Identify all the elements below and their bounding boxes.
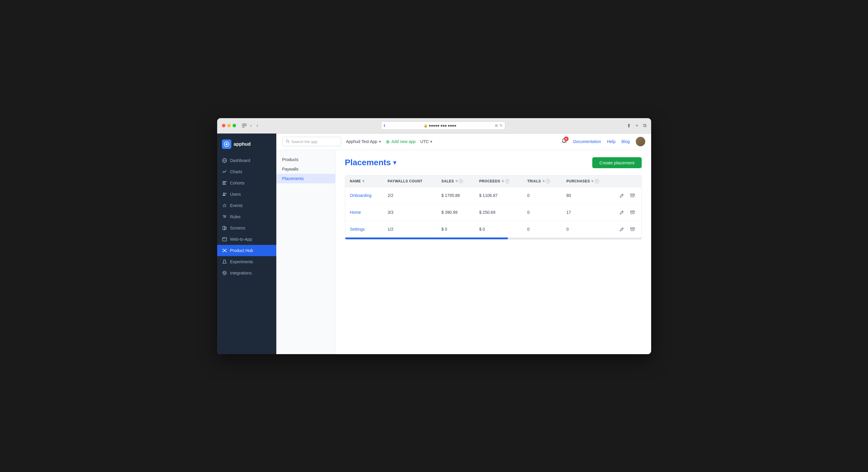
col-header-paywalls-count: PAYWALLS COUNT xyxy=(383,176,437,187)
url-text: 🔒 ■■■■■ ■■■ ■■■■ xyxy=(387,124,493,128)
sidebar-item-dashboard[interactable]: Dashboard xyxy=(217,155,276,166)
url-bar[interactable]: ℹ 🔒 ■■■■■ ■■■ ■■■■ ⊞ ↻ xyxy=(381,121,505,130)
sidebar-nav: Dashboard Charts xyxy=(217,155,276,278)
minimize-button[interactable] xyxy=(227,124,231,127)
cell-trials: 0 xyxy=(523,187,561,204)
cell-actions xyxy=(613,204,641,220)
back-button[interactable]: ‹ xyxy=(249,122,253,129)
cell-purchases: 0 xyxy=(562,220,613,237)
svg-point-15 xyxy=(224,238,224,238)
sidebar-item-label: Users xyxy=(230,192,241,197)
sidebar-item-label: Screens xyxy=(230,226,245,230)
placement-link-home[interactable]: Home xyxy=(350,210,361,215)
search-bar[interactable]: Search the app xyxy=(282,137,341,146)
sidebar-item-product-hub[interactable]: Product Hub xyxy=(217,245,276,256)
user-avatar[interactable] xyxy=(636,137,645,146)
blog-link[interactable]: Blog xyxy=(621,139,629,144)
svg-point-8 xyxy=(223,193,224,194)
new-tab-icon[interactable]: + xyxy=(636,123,638,128)
notification-count: 6 xyxy=(564,137,568,141)
cell-sales: $ 0 xyxy=(437,220,474,237)
archive-button[interactable] xyxy=(628,191,637,200)
browser-chrome: ‹ › ℹ 🔒 ■■■■■ ■■■ ■■■■ ⊞ ↻ ⬆ + ⧉ xyxy=(217,118,651,134)
forward-button[interactable]: › xyxy=(255,122,259,129)
placement-link-settings[interactable]: Settings xyxy=(350,227,365,232)
search-icon xyxy=(285,139,290,144)
cell-name: Onboarding xyxy=(345,187,383,204)
trials-info-icon[interactable]: ? xyxy=(546,179,550,183)
sidebar-item-cohorts[interactable]: Cohorts xyxy=(217,177,276,188)
sidebar-item-integrations[interactable]: Integrations xyxy=(217,267,276,278)
documentation-link[interactable]: Documentation xyxy=(574,139,601,144)
svg-rect-7 xyxy=(222,184,226,185)
flask-icon xyxy=(222,259,227,264)
svg-point-9 xyxy=(225,193,226,194)
sub-nav-products[interactable]: Products xyxy=(276,155,335,164)
sub-nav-paywalls[interactable]: Paywalls xyxy=(276,164,335,174)
duplicate-tab-icon[interactable]: ⧉ xyxy=(643,123,646,128)
svg-line-21 xyxy=(223,249,224,250)
svg-line-22 xyxy=(225,249,225,250)
col-header-purchases: PURCHASES ⇅ ? xyxy=(562,176,613,187)
help-link[interactable]: Help xyxy=(607,139,616,144)
cell-paywalls-count: 1/2 xyxy=(383,220,437,237)
cell-trials: 0 xyxy=(523,220,561,237)
sidebar-item-charts[interactable]: Charts xyxy=(217,166,276,177)
proceeds-info-icon[interactable]: ? xyxy=(505,179,509,183)
archive-button[interactable] xyxy=(628,208,637,216)
svg-rect-6 xyxy=(222,182,225,183)
edit-button[interactable] xyxy=(618,191,626,200)
scroll-thumb xyxy=(345,237,508,239)
sidebar-toggle-icon[interactable] xyxy=(242,124,247,127)
notification-bell[interactable]: 6 xyxy=(561,138,567,145)
app-selector[interactable]: Apphud Test App ▾ xyxy=(346,139,381,144)
edit-button[interactable] xyxy=(618,208,626,216)
sidebar-item-label: Cohorts xyxy=(230,181,245,185)
sidebar-item-label: Charts xyxy=(230,169,242,174)
purchases-info-icon[interactable]: ? xyxy=(595,179,599,183)
sidebar-item-experiments[interactable]: Experiments xyxy=(217,256,276,267)
col-header-actions xyxy=(613,176,641,187)
sort-icon: ⇅ xyxy=(362,179,365,183)
sidebar-item-screens[interactable]: Screens xyxy=(217,223,276,234)
maximize-button[interactable] xyxy=(232,124,236,127)
cell-proceeds: $ 1106.87 xyxy=(474,187,523,204)
page-title[interactable]: Placements ▾ xyxy=(345,158,396,167)
svg-point-26 xyxy=(223,271,226,275)
cell-paywalls-count: 3/3 xyxy=(383,204,437,220)
horizontal-scrollbar[interactable] xyxy=(345,237,641,239)
svg-rect-5 xyxy=(222,181,227,182)
cell-sales: $ 1795.88 xyxy=(437,187,474,204)
sales-info-icon[interactable]: ? xyxy=(459,179,463,183)
table-row: Onboarding 2/2 $ 1795.88 $ 1106.87 0 80 xyxy=(345,187,641,204)
svg-rect-33 xyxy=(630,194,634,195)
row-actions xyxy=(618,225,637,233)
sidebar-item-label: Web-to-App xyxy=(230,237,252,242)
sidebar: apphud Dashboard xyxy=(217,134,276,354)
svg-point-18 xyxy=(225,249,226,249)
svg-line-24 xyxy=(225,251,225,252)
col-header-sales: SALES ⇅ ? xyxy=(437,176,474,187)
sidebar-item-events[interactable]: Events xyxy=(217,200,276,211)
timezone-selector[interactable]: UTC ▾ xyxy=(421,139,432,144)
traffic-lights xyxy=(222,124,236,127)
sidebar-item-label: Integrations xyxy=(230,271,252,275)
hub-icon xyxy=(222,248,227,253)
chart-icon xyxy=(222,169,227,174)
list-icon xyxy=(222,180,227,186)
share-icon[interactable]: ⬆ xyxy=(627,123,631,128)
sidebar-item-users[interactable]: Users xyxy=(217,188,276,200)
sidebar-item-web-to-app[interactable]: Web-to-App xyxy=(217,234,276,245)
edit-button[interactable] xyxy=(618,225,626,233)
svg-line-32 xyxy=(622,195,623,196)
svg-point-30 xyxy=(286,140,288,142)
close-button[interactable] xyxy=(222,124,225,127)
archive-button[interactable] xyxy=(628,225,637,233)
reload-icon[interactable]: ↻ xyxy=(500,123,503,128)
add-app-button[interactable]: ⊕ Add new app xyxy=(386,139,416,145)
svg-point-3 xyxy=(223,171,224,172)
create-placement-button[interactable]: Create placement xyxy=(592,157,641,168)
sidebar-item-rules[interactable]: Rules xyxy=(217,211,276,223)
placement-link-onboarding[interactable]: Onboarding xyxy=(350,193,372,198)
sub-nav-placements[interactable]: Placements xyxy=(276,174,335,183)
